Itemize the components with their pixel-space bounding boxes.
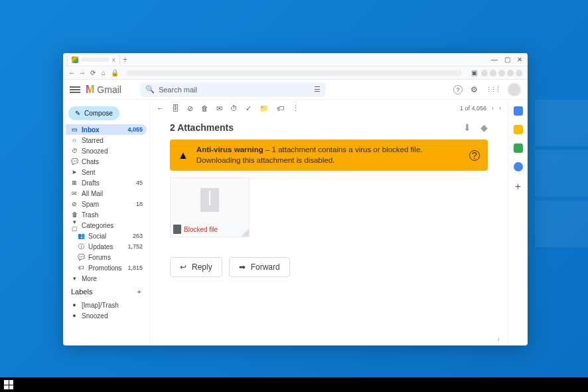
save-to-drive-icon[interactable]: ◆ [480, 122, 488, 133]
forums-icon: 💬 [78, 254, 84, 260]
search-options-icon[interactable]: ☰ [314, 85, 321, 94]
reply-button[interactable]: ↩ Reply [170, 257, 222, 277]
updates-icon: ⓘ [78, 243, 84, 251]
sidebar-item-label: Categories [82, 222, 113, 229]
sidebar-item-snoozed[interactable]: ⏱ Snoozed [66, 146, 147, 156]
compose-button[interactable]: ✎ Compose [68, 106, 119, 120]
sidebar-item-label: Updates [88, 243, 113, 250]
settings-icon[interactable]: ⚙ [471, 85, 478, 94]
url-blurred[interactable] [127, 70, 461, 76]
archive-icon[interactable]: 🗄 [172, 104, 179, 112]
message-content: 2 Attachments ⬇ ◆ ▲ Anti-virus warning –… [150, 117, 508, 333]
forward-button[interactable]: ➡ Forward [229, 257, 290, 277]
sent-icon: ➤ [71, 169, 78, 175]
reader-icon[interactable]: ▣ [471, 69, 477, 76]
mark-unread-icon[interactable]: ✉ [216, 104, 222, 113]
keep-addon-icon[interactable] [514, 125, 523, 134]
compose-label: Compose [84, 110, 113, 117]
sidebar-item-promotions[interactable]: 🏷 Promotions 1,815 [66, 262, 147, 273]
sidebar-item-drafts[interactable]: 🗎 Drafts 45 [66, 177, 147, 188]
sidebar-item-forums[interactable]: 💬 Forums [66, 252, 147, 262]
more-icon[interactable]: ⋮ [292, 104, 299, 113]
lock-icon: 🔒 [111, 69, 117, 76]
snooze-icon[interactable]: ⏱ [230, 104, 238, 112]
reply-label: Reply [192, 262, 212, 272]
nav-back-icon[interactable]: ← [68, 69, 75, 76]
sidebar-item-label: Snoozed [82, 147, 108, 155]
sidebar-item-sent[interactable]: ➤ Sent [66, 167, 147, 177]
sidebar-item-social[interactable]: 👥 Social 263 [66, 231, 147, 241]
sidebar-item-starred[interactable]: ☆ Starred [66, 135, 147, 146]
pager-next-icon[interactable]: › [499, 105, 501, 112]
search-icon: 🔍 [145, 85, 155, 94]
move-to-icon[interactable]: 📁 [259, 104, 269, 113]
report-spam-icon[interactable]: ⊘ [187, 104, 193, 113]
attachment-card[interactable]: Blocked file [170, 177, 250, 237]
calendar-addon-icon[interactable] [514, 106, 523, 116]
sidebar-item-inbox[interactable]: ▭ Inbox 4,055 [66, 124, 147, 135]
account-avatar[interactable] [508, 83, 521, 96]
sidepanel-collapse-icon[interactable]: › [150, 333, 508, 345]
windows-taskbar[interactable] [0, 377, 588, 392]
windows-bg-tiles [535, 100, 588, 312]
nav-home-icon[interactable]: ⌂ [100, 69, 107, 76]
browser-tab[interactable]: × [67, 54, 120, 66]
star-icon: ☆ [71, 137, 78, 144]
sidebar-item-label: All Mail [82, 190, 103, 197]
pager-prev-icon[interactable]: ‹ [492, 105, 494, 112]
labels-icon[interactable]: 🏷 [277, 104, 284, 112]
label-dot-icon: ● [71, 312, 78, 319]
sidebar-item-label: Chats [82, 158, 99, 165]
attachment-footer: Blocked file [171, 222, 249, 237]
gmail-m-icon: M [86, 84, 94, 96]
sidebar-item-count: 1,752 [127, 243, 143, 250]
hamburger-icon[interactable] [70, 86, 80, 93]
attachments-title: 2 Attachments [170, 122, 234, 133]
get-addons-icon[interactable]: + [515, 181, 521, 193]
help-icon[interactable]: ? [453, 85, 463, 94]
tab-close-icon[interactable]: × [111, 56, 115, 64]
nav-reload-icon[interactable]: ⟳ [90, 69, 96, 76]
gmail-logo[interactable]: M Gmail [86, 84, 121, 96]
sidebar-item-label: Spam [82, 201, 99, 208]
minimize-icon[interactable]: — [491, 56, 498, 63]
add-label-icon[interactable]: + [137, 288, 141, 296]
contacts-addon-icon[interactable] [514, 162, 523, 171]
back-icon[interactable]: ← [157, 104, 164, 112]
sidebar-item-count: 45 [136, 179, 143, 186]
start-icon[interactable] [4, 380, 13, 389]
attachment-preview [171, 178, 249, 222]
sidebar-item-more[interactable]: ▾ More [66, 273, 147, 284]
sidebar-item-trash[interactable]: 🗑 Trash [66, 209, 147, 220]
gmail-favicon [72, 56, 78, 63]
sidebar: ✎ Compose ▭ Inbox 4,055 ☆ Starred ⏱ Snoo… [63, 100, 149, 345]
file-icon [173, 225, 181, 234]
forward-label: Forward [251, 262, 280, 272]
sidebar-item-categories[interactable]: ▾ ▢ Categories [66, 220, 147, 231]
sidebar-item-label: Starred [82, 137, 104, 144]
delete-icon[interactable]: 🗑 [201, 104, 208, 112]
gmail-header: M Gmail 🔍 Search mail ☰ ? ⚙ ⋮⋮⋮ [63, 80, 528, 100]
sidebar-item-chats[interactable]: 💬 Chats [66, 156, 147, 167]
label-snoozed[interactable]: ● Snoozed [66, 310, 147, 321]
sidebar-item-allmail[interactable]: ✉ All Mail [66, 188, 147, 199]
tasks-addon-icon[interactable] [514, 144, 523, 153]
attachments-header: 2 Attachments ⬇ ◆ [170, 122, 488, 133]
close-window-icon[interactable]: ✕ [517, 56, 522, 63]
download-all-icon[interactable]: ⬇ [463, 122, 471, 133]
add-task-icon[interactable]: ✓ [246, 104, 252, 113]
blocked-file-label: Blocked file [184, 226, 218, 233]
sidebar-item-label: Promotions [88, 264, 122, 272]
new-tab-button[interactable]: + [123, 55, 127, 64]
apps-grid-icon[interactable]: ⋮⋮⋮ [486, 86, 500, 93]
zip-file-icon [200, 188, 219, 212]
maximize-icon[interactable]: ▢ [504, 56, 510, 63]
label-imap-trash[interactable]: ● [Imap]/Trash [66, 300, 147, 310]
search-bar[interactable]: 🔍 Search mail ☰ [140, 82, 326, 97]
nav-forward-icon[interactable]: → [79, 69, 86, 76]
trash-icon: 🗑 [71, 211, 78, 218]
sidebar-item-updates[interactable]: ⓘ Updates 1,752 [66, 241, 147, 252]
sidebar-item-spam[interactable]: ⊘ Spam 18 [66, 199, 147, 209]
browser-address-bar: ← → ⟳ ⌂ 🔒 ▣ [63, 66, 528, 80]
warning-help-icon[interactable]: ? [469, 150, 480, 161]
